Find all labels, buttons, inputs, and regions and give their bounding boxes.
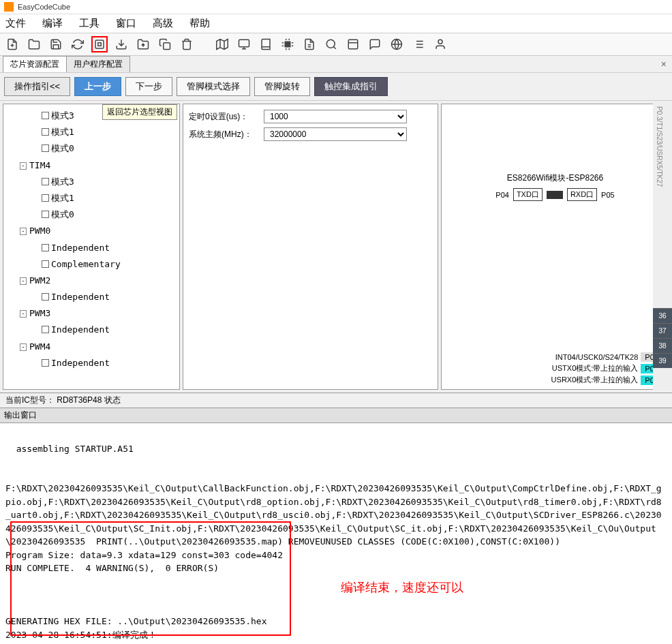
- menubar: 文件 编译 工具 窗口 高级 帮助: [0, 14, 672, 33]
- ustx-label: USTX0模式:带上拉的输入: [552, 363, 639, 373]
- next-button[interactable]: 下一步: [125, 77, 172, 96]
- window-icon[interactable]: [345, 36, 361, 52]
- copy-icon[interactable]: [157, 36, 173, 52]
- status-value: RD8T36P48 状态: [57, 395, 120, 405]
- txd-box: TXD口: [513, 188, 543, 201]
- freq-select[interactable]: 32000000: [264, 127, 407, 141]
- main-area: 返回芯片选型视图 模式3 模式1 模式0 -TIM4 模式3 模式1 模式0 -…: [0, 101, 672, 393]
- refresh-icon[interactable]: [70, 36, 86, 52]
- svg-rect-4: [285, 42, 291, 48]
- usrx-label: USRX0模式:带上拉的输入: [551, 375, 639, 385]
- doc-icon[interactable]: [301, 36, 318, 52]
- monitor-icon[interactable]: [236, 36, 252, 52]
- titlebar: EasyCodeCube: [0, 0, 672, 14]
- menu-file[interactable]: 文件: [5, 17, 26, 30]
- vstrip-36: 36: [653, 308, 672, 323]
- prev-button[interactable]: 上一步: [74, 77, 121, 96]
- int-label: INT04/USCK0/S24/TK28: [555, 353, 639, 361]
- right-panel: ES8266Wifi模块-ESP8266 P04 TXD口 RXD口 P05 I…: [441, 104, 669, 390]
- tabs-row: 芯片资源配置 用户程序配置 ×: [0, 56, 672, 72]
- chip-select-icon[interactable]: [91, 36, 108, 52]
- new-icon[interactable]: [4, 36, 20, 52]
- tree-item[interactable]: 模式0: [6, 206, 177, 222]
- pin-row: P04 TXD口 RXD口 P05: [442, 188, 669, 201]
- rxd-box: RXD口: [567, 188, 597, 201]
- list-icon[interactable]: [410, 36, 427, 52]
- status-label: 当前IC型号：: [5, 395, 55, 405]
- statusbar: 当前IC型号： RD8T36P48 状态: [0, 393, 672, 408]
- actionbar: 操作指引<< 上一步 下一步 管脚模式选择 管脚旋转 触控集成指引: [0, 72, 672, 101]
- annotation-text: 编译结束，速度还可以: [341, 579, 463, 597]
- tab-close-icon[interactable]: ×: [661, 59, 667, 70]
- svg-rect-1: [98, 43, 102, 46]
- menu-advanced[interactable]: 高级: [153, 17, 173, 30]
- message-icon[interactable]: [367, 36, 383, 52]
- export-icon[interactable]: [135, 36, 151, 52]
- tree-item[interactable]: 模式1: [6, 189, 177, 206]
- output-text: assembling STARTUP.A51 F:\RDXT\202304260…: [5, 444, 662, 640]
- tree-item[interactable]: Independent: [6, 288, 177, 305]
- download-icon[interactable]: [113, 36, 129, 52]
- tree-pwm3[interactable]: -PWM3: [6, 305, 177, 321]
- svg-rect-3: [239, 40, 249, 47]
- tree-tim4[interactable]: -TIM4: [6, 157, 177, 173]
- tree-item[interactable]: 模式0: [6, 140, 177, 156]
- timer-select[interactable]: 1000: [264, 110, 407, 123]
- chip-icon: [547, 191, 563, 199]
- tree-item[interactable]: 模式3: [6, 173, 177, 189]
- map-icon[interactable]: [214, 36, 230, 52]
- tab-user-config[interactable]: 用户程序配置: [66, 56, 130, 72]
- mid-panel: 定时0设置(us)： 1000 系统主频(MHz)： 32000000: [183, 104, 438, 390]
- menu-window[interactable]: 窗口: [116, 17, 136, 30]
- tooltip: 返回芯片选型视图: [102, 104, 177, 120]
- vstrip-label: P0.3/T1/S23/USRX5/TK27: [653, 104, 666, 308]
- vstrip-38: 38: [653, 338, 672, 353]
- globe-icon[interactable]: [388, 36, 405, 52]
- search-icon[interactable]: [323, 36, 339, 52]
- svg-rect-6: [348, 40, 358, 49]
- vstrip-39: 39: [653, 353, 672, 368]
- tree-item[interactable]: 模式1: [6, 123, 177, 140]
- vstrip-37: 37: [653, 323, 672, 338]
- book-icon[interactable]: [258, 36, 274, 52]
- svg-rect-2: [164, 43, 170, 50]
- freq-label: 系统主频(MHz)：: [189, 129, 264, 140]
- menu-help[interactable]: 帮助: [189, 17, 210, 30]
- touch-button[interactable]: 触控集成指引: [314, 77, 388, 96]
- pinrot-button[interactable]: 管脚旋转: [254, 77, 310, 96]
- timer-label: 定时0设置(us)：: [189, 111, 264, 123]
- pin-p05: P05: [601, 191, 615, 199]
- menu-compile[interactable]: 编译: [42, 17, 63, 30]
- svg-rect-0: [95, 40, 104, 48]
- svg-point-5: [326, 40, 335, 48]
- tab-chip-config[interactable]: 芯片资源配置: [3, 56, 67, 72]
- tree-pwm0[interactable]: -PWM0: [6, 222, 177, 239]
- app-title: EasyCodeCube: [18, 3, 70, 11]
- user-icon[interactable]: [432, 36, 448, 52]
- vstrip: P0.3/T1/S23/USRX5/TK27 36 37 38 39: [653, 104, 672, 390]
- tree-pwm2[interactable]: -PWM2: [6, 272, 177, 288]
- pinmode-button[interactable]: 管脚模式选择: [177, 77, 250, 96]
- open-icon[interactable]: [26, 36, 42, 52]
- menu-tools[interactable]: 工具: [79, 17, 100, 30]
- module-title: ES8266Wifi模块-ESP8266: [442, 172, 669, 184]
- output-panel: assembling STARTUP.A51 F:\RDXT\202304260…: [0, 423, 672, 644]
- tree-item[interactable]: Complementary: [6, 256, 177, 272]
- pin-p04: P04: [495, 191, 509, 199]
- delete-icon[interactable]: [179, 36, 195, 52]
- save-icon[interactable]: [48, 36, 64, 52]
- tree-item[interactable]: Independent: [6, 239, 177, 256]
- tree-pwm4[interactable]: -PWM4: [6, 338, 177, 354]
- tree-item[interactable]: Independent: [6, 321, 177, 337]
- toolbar: [0, 33, 672, 56]
- output-header: 输出窗口: [0, 408, 672, 423]
- tree-panel: 返回芯片选型视图 模式3 模式1 模式0 -TIM4 模式3 模式1 模式0 -…: [3, 104, 180, 390]
- guide-button[interactable]: 操作指引<<: [4, 77, 70, 96]
- cpu-icon[interactable]: [279, 36, 296, 52]
- svg-point-8: [438, 40, 442, 44]
- tree-item[interactable]: Independent: [6, 354, 177, 371]
- app-icon: [4, 2, 14, 12]
